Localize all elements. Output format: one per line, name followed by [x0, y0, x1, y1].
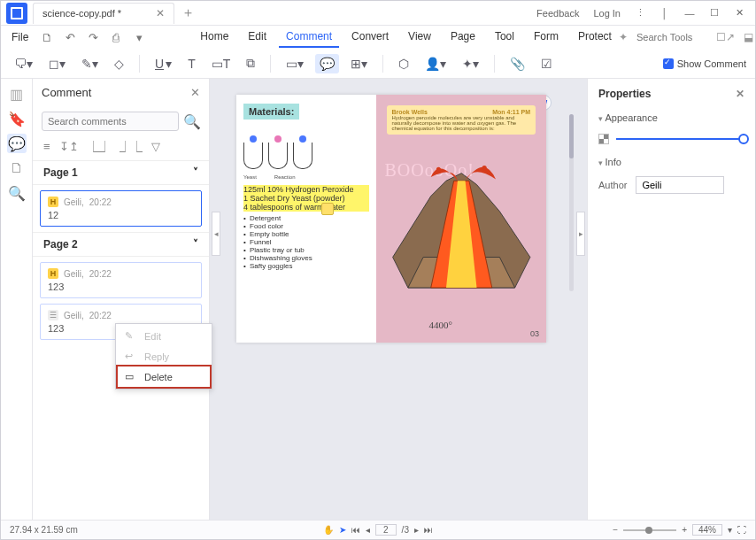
select-tool-icon[interactable]: ➤: [339, 525, 346, 535]
save-icon[interactable]: 🗋: [37, 28, 57, 46]
eraser-tool-icon[interactable]: ◇: [110, 54, 128, 73]
sort-az-icon[interactable]: ↧↥: [59, 140, 79, 153]
stamp-tool-icon[interactable]: ◻▾: [44, 54, 70, 73]
highlight-tool-icon[interactable]: ✎▾: [77, 54, 103, 73]
zoom-dropdown-icon[interactable]: ▾: [728, 525, 732, 535]
attach-tool-icon[interactable]: 📎: [505, 54, 529, 73]
attachments-icon[interactable]: 🗋: [7, 158, 27, 178]
document-tab[interactable]: science-copy.pdf * ✕: [33, 3, 174, 24]
tab-page[interactable]: Page: [444, 27, 482, 48]
undo-icon[interactable]: ↶: [60, 28, 80, 46]
filter-icon[interactable]: ▽: [151, 140, 160, 153]
next-page-icon[interactable]: ▸: [414, 525, 419, 535]
properties-title: Properties: [598, 88, 651, 100]
show-comment-toggle[interactable]: Show Comment: [663, 58, 746, 69]
highlighted-line[interactable]: 125ml 10% Hydrogen Peroxide: [243, 185, 369, 194]
underline-tool-icon[interactable]: U▾: [150, 54, 176, 73]
prev-page-icon[interactable]: ◂: [366, 525, 370, 535]
comments-panel-icon[interactable]: 💬: [7, 134, 27, 153]
login-link[interactable]: Log In: [588, 8, 626, 19]
highlight-badge-icon: H: [48, 268, 58, 279]
opacity-slider[interactable]: [616, 138, 744, 140]
comment-item[interactable]: H Geili, 20:22 12: [40, 190, 202, 227]
expand-icon[interactable]: ⎿⏌: [88, 140, 111, 153]
maximize-button[interactable]: ☐: [704, 7, 725, 19]
page-2-header[interactable]: Page 2 ˅: [33, 232, 209, 257]
ctx-reply: ↩Reply: [118, 346, 210, 366]
text-tool-icon[interactable]: T: [183, 54, 200, 73]
collapse-icon[interactable]: ⏌⎿: [120, 140, 143, 153]
zoom-value[interactable]: 44%: [692, 524, 722, 536]
callout-tool-icon[interactable]: ⧉: [242, 53, 259, 73]
collapse-left-icon[interactable]: ◂: [212, 212, 220, 256]
close-properties-icon[interactable]: ✕: [736, 88, 744, 100]
tab-convert[interactable]: Convert: [344, 27, 396, 48]
user-stamp-icon[interactable]: 👤▾: [420, 54, 451, 73]
list-item: Dishwashing gloves: [243, 254, 369, 262]
sort-icon[interactable]: ≡: [43, 140, 50, 153]
search-panel-icon[interactable]: 🔍: [7, 183, 27, 203]
search-tools-input[interactable]: [636, 32, 707, 42]
bookmarks-icon[interactable]: 🔖: [7, 109, 27, 128]
close-panel-icon[interactable]: ✕: [190, 86, 200, 99]
info-section-header[interactable]: Info: [598, 157, 744, 167]
note-marker-icon[interactable]: [321, 203, 334, 215]
collapse-right-icon[interactable]: ▸: [576, 212, 585, 256]
last-page-icon[interactable]: ⏭: [424, 525, 433, 535]
measure-tool-icon[interactable]: ⊞▾: [346, 54, 372, 73]
hand-tool-icon[interactable]: ✋: [323, 525, 334, 535]
fit-page-icon[interactable]: ⛶: [737, 525, 746, 535]
add-tab-button[interactable]: ＋: [181, 4, 195, 21]
search-comments-input[interactable]: [42, 112, 179, 131]
note-tool-icon[interactable]: 🗨▾: [10, 54, 37, 73]
comment-item[interactable]: H Geili, 20:22 123: [40, 262, 202, 298]
opacity-control[interactable]: [598, 134, 744, 144]
first-page-icon[interactable]: ⏮: [351, 525, 360, 535]
sticky-note[interactable]: Brook Wells Mon 4:11 PM Hydrogen peroxid…: [387, 105, 536, 135]
print-icon[interactable]: ⎙: [106, 28, 126, 46]
comment-tool-icon[interactable]: 💬: [315, 54, 339, 73]
thumbnails-icon[interactable]: ▥: [7, 84, 27, 104]
stamp2-tool-icon[interactable]: ⬡: [394, 54, 413, 73]
textbox-tool-icon[interactable]: ▭T: [207, 54, 235, 73]
file-menu[interactable]: File: [6, 31, 34, 43]
ctx-delete[interactable]: ▭Delete: [118, 366, 210, 387]
cloud-icon[interactable]: ⬓: [744, 31, 753, 43]
shape-tool-icon[interactable]: ▭▾: [282, 54, 308, 73]
search-icon[interactable]: 🔍: [184, 112, 200, 131]
page-1-header[interactable]: Page 1 ˅: [33, 160, 209, 185]
feedback-link[interactable]: Feedback: [531, 8, 584, 19]
tab-view[interactable]: View: [401, 27, 438, 48]
comment-time: 20:22: [89, 197, 112, 207]
minimize-button[interactable]: —: [679, 8, 700, 19]
diagram: [243, 125, 369, 169]
tab-protect[interactable]: Protect: [571, 27, 619, 48]
close-tab-icon[interactable]: ✕: [156, 7, 165, 19]
author-field[interactable]: [636, 176, 724, 194]
redo-icon[interactable]: ↷: [83, 28, 103, 46]
wand-icon[interactable]: ✦: [619, 31, 628, 43]
zoom-out-icon[interactable]: −: [613, 525, 618, 535]
document-canvas[interactable]: W Materials: YeastReaction 125ml 10% Hyd…: [210, 79, 587, 520]
checkbox-tool-icon[interactable]: ☑: [536, 54, 557, 73]
appearance-section-header[interactable]: Appearance: [598, 112, 744, 123]
zoom-slider[interactable]: [623, 529, 676, 531]
page-input[interactable]: 2: [375, 524, 397, 536]
share-icon[interactable]: ☐↗: [716, 31, 735, 43]
status-bar: 27.94 x 21.59 cm ✋ ➤ ⏮ ◂ 2 /3 ▸ ⏭ − + 44…: [1, 520, 755, 539]
close-window-button[interactable]: ✕: [729, 7, 750, 19]
note-body: Hydrogen peroxide molecules are very uns…: [392, 115, 531, 131]
zoom-in-icon[interactable]: +: [682, 525, 687, 535]
tab-tool[interactable]: Tool: [488, 27, 521, 48]
tab-form[interactable]: Form: [527, 27, 566, 48]
signature-tool-icon[interactable]: ✦▾: [458, 54, 483, 73]
tab-comment[interactable]: Comment: [279, 27, 339, 48]
highlighted-line[interactable]: 1 Sachet Dry Yeast (powder): [243, 194, 369, 203]
qat-dropdown-icon[interactable]: ▾: [129, 28, 149, 46]
tab-edit[interactable]: Edit: [241, 27, 274, 48]
comment-time: 20:22: [89, 269, 112, 279]
more-icon[interactable]: ⋮: [629, 7, 651, 19]
vertical-scrollbar[interactable]: [569, 114, 574, 291]
highlighted-line[interactable]: 4 tablespoons of warm water: [243, 203, 369, 212]
tab-home[interactable]: Home: [193, 27, 235, 48]
